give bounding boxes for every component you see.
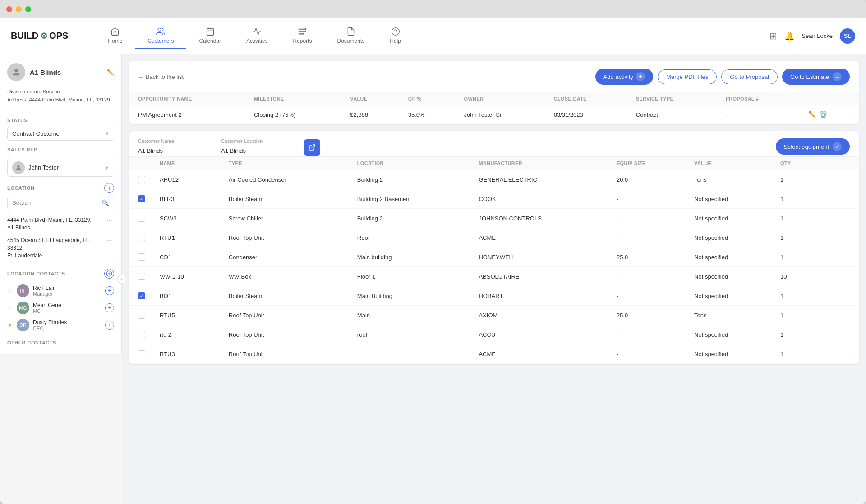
equip-checkbox-9[interactable]	[138, 350, 145, 357]
equip-location: Main building	[350, 247, 472, 267]
equip-value: Not specified	[687, 209, 773, 228]
location-2-more-icon[interactable]: ···	[105, 237, 114, 245]
equip-row-more-icon[interactable]: ⋮	[818, 189, 859, 209]
dot-yellow[interactable]	[16, 6, 22, 12]
equip-manufacturer: AXIOM	[471, 306, 609, 325]
dot-green[interactable]	[25, 6, 31, 12]
location-1-more-icon[interactable]: ···	[105, 216, 114, 225]
equip-checkbox-0[interactable]	[138, 176, 145, 183]
equip-row-more-icon[interactable]: ⋮	[818, 306, 859, 325]
equip-checkbox-3[interactable]	[138, 234, 145, 241]
sales-rep-dropdown[interactable]: John Tester ▼	[7, 159, 114, 177]
add-contact-button[interactable]	[104, 269, 114, 279]
equip-qty: 1	[773, 286, 818, 306]
equip-name: rtu 2	[152, 325, 221, 344]
equip-value: Tons	[687, 306, 773, 325]
external-link-button[interactable]	[304, 139, 320, 156]
grid-view-icon[interactable]: ⊞	[769, 31, 777, 41]
nav-documents[interactable]: Documents	[324, 23, 377, 49]
equip-type: VAV Box	[221, 267, 350, 286]
equip-manufacturer: HONEYWELL	[471, 247, 609, 267]
nav-items: Home Customers Calendar Activities Repor…	[95, 23, 769, 49]
equip-type: Roof Top Unit	[221, 306, 350, 325]
dot-red[interactable]	[6, 6, 12, 12]
other-contacts-label: OTHER CONTACTS	[7, 340, 114, 345]
delete-opportunity-icon[interactable]: 🗑️	[820, 111, 827, 118]
notification-bell-icon[interactable]: 🔔	[784, 31, 794, 41]
equip-row-more-icon[interactable]: ⋮	[818, 247, 859, 267]
status-dropdown[interactable]: Contract Customer Active Inactive	[7, 127, 114, 141]
equip-location: Main	[350, 306, 472, 325]
nav-customers[interactable]: Customers	[135, 23, 186, 49]
contact-2-star-icon[interactable]: ☆	[7, 304, 13, 312]
equip-qty: 1	[773, 228, 818, 247]
contact-3-star-icon[interactable]: ★	[7, 321, 13, 329]
edit-profile-icon[interactable]: ✏️	[107, 69, 114, 76]
equip-checkbox-4[interactable]	[138, 253, 145, 261]
location-search-input[interactable]	[12, 199, 99, 206]
contact-2-add-button[interactable]: +	[105, 303, 114, 312]
nav-home[interactable]: Home	[95, 23, 135, 49]
customer-name-input[interactable]	[138, 146, 214, 156]
opp-col-gp: GP %	[399, 92, 455, 105]
user-avatar: SL	[840, 28, 855, 44]
equip-checkbox-8[interactable]	[138, 331, 145, 338]
edit-opportunity-icon[interactable]: ✏️	[808, 111, 816, 118]
equip-value: Not specified	[687, 286, 773, 306]
sales-rep-avatar	[12, 161, 25, 174]
nav-help[interactable]: Help	[377, 23, 414, 49]
customer-location-input[interactable]	[221, 146, 297, 156]
select-equipment-button[interactable]: Select equipment ✓	[776, 138, 850, 155]
opp-service-type: Contract	[627, 105, 717, 124]
equip-location: Building 2	[350, 170, 472, 189]
equip-col-equip-size: EQUIP SIZE	[609, 157, 687, 170]
equip-name: CD1	[152, 247, 221, 267]
equip-row-more-icon[interactable]: ⋮	[818, 325, 859, 344]
equip-location	[350, 344, 472, 364]
contact-1-add-button[interactable]: +	[105, 286, 114, 295]
equip-row-more-icon[interactable]: ⋮	[818, 209, 859, 228]
equip-col-manufacturer: MANUFACTURER	[471, 157, 609, 170]
user-name: Sean Locke	[802, 32, 833, 39]
nav-calendar[interactable]: Calendar	[186, 23, 234, 49]
equip-qty: 10	[773, 267, 818, 286]
equip-row-more-icon[interactable]: ⋮	[818, 286, 859, 306]
equip-size: -	[609, 344, 687, 364]
opp-close-date: 03/31/2023	[545, 105, 627, 124]
opportunity-card: ← Back to the list Add activity + Merge …	[129, 61, 859, 124]
reports-icon	[298, 27, 307, 36]
equip-row-more-icon[interactable]: ⋮	[818, 170, 859, 189]
equip-type: Roof Top Unit	[221, 228, 350, 247]
nav-reports[interactable]: Reports	[280, 23, 324, 49]
back-to-list-link[interactable]: ← Back to the list	[138, 73, 184, 80]
equipment-row: ✓ BLR3 Boiler Steam Building 2 Basement …	[129, 189, 859, 209]
equip-row-more-icon[interactable]: ⋮	[818, 267, 859, 286]
equip-checkbox-5[interactable]	[138, 273, 145, 280]
add-activity-button[interactable]: Add activity +	[595, 69, 653, 85]
equipment-row: rtu 2 Roof Top Unit roof ACCU - Not spec…	[129, 325, 859, 344]
main-layout: A1 Blinds ✏️ Division name: Service Addr…	[0, 54, 866, 504]
contact-3-add-button[interactable]: +	[105, 321, 114, 330]
add-location-button[interactable]: +	[104, 183, 114, 193]
sidebar-meta: Division name: Service Address: 4444 Pal…	[7, 87, 114, 104]
equipment-row: ✓ BO1 Boiler Steam Main Building HOBART …	[129, 286, 859, 306]
equip-row-more-icon[interactable]: ⋮	[818, 344, 859, 364]
equip-checkbox-1[interactable]: ✓	[138, 195, 145, 202]
contact-1-star-icon[interactable]: ☆	[7, 287, 13, 294]
customer-name-label: Customer Name	[138, 138, 214, 144]
go-to-estimate-button[interactable]: Go to Estimate →	[782, 69, 850, 85]
status-dropdown-wrap[interactable]: Contract Customer Active Inactive ▼	[7, 127, 114, 141]
equip-size: -	[609, 209, 687, 228]
logo-icon: ⚙	[40, 31, 47, 41]
equip-manufacturer: GENERAL ELECTRIC	[471, 170, 609, 189]
equip-name: AHU12	[152, 170, 221, 189]
equip-row-more-icon[interactable]: ⋮	[818, 228, 859, 247]
status-label: Status	[7, 118, 114, 123]
nav-activities[interactable]: Activities	[234, 23, 280, 49]
equip-checkbox-2[interactable]	[138, 215, 145, 222]
equip-checkbox-6[interactable]: ✓	[138, 292, 145, 299]
merge-pdf-button[interactable]: Merge PDF files	[658, 69, 717, 84]
equip-checkbox-7[interactable]	[138, 312, 145, 319]
sidebar-collapse-handle[interactable]: ‹	[117, 275, 126, 284]
go-to-proposal-button[interactable]: Go to Proposal	[721, 69, 778, 84]
